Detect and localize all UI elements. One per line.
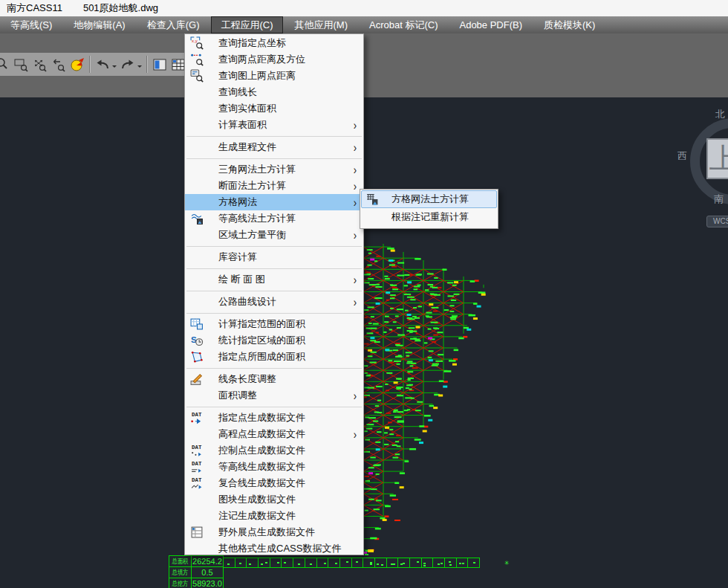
redraw-button[interactable] — [68, 54, 86, 74]
menu-item-15[interactable]: 库容计算 — [185, 249, 363, 265]
submenu-item-0[interactable]: 方格网法土方计算 — [361, 190, 497, 208]
drawing-canvas[interactable]: 北 西 南 上 WCS 总面积26254.2总填方0.5总挖方58923.0 ✳ — [0, 97, 728, 588]
volume-result-table: 总面积26254.2总填方0.5总挖方58923.0 — [169, 556, 224, 588]
dat-control-icon: DAT — [190, 444, 204, 457]
menu-item-29[interactable]: 高程点生成数据文件› — [185, 426, 363, 442]
zoom-dynamic-icon — [32, 56, 48, 73]
viewcube-west-label[interactable]: 西 — [677, 149, 687, 163]
zoom-previous-button[interactable] — [49, 54, 68, 74]
area-points-icon — [190, 350, 204, 364]
menu-item-36[interactable]: 其他格式生成CASS数据文件 — [185, 540, 363, 557]
submenu-arrow-icon: › — [354, 427, 357, 442]
submenu-arrow-icon: › — [354, 228, 357, 242]
menu-item-2[interactable]: 查询图上两点距离 — [185, 68, 363, 84]
menu-item-31[interactable]: DAT等高线生成数据文件 — [185, 459, 363, 475]
menubar-item-3[interactable]: 工程应用(C) — [211, 16, 282, 33]
menu-separator — [186, 158, 362, 159]
menu-item-label: 查询线长 — [218, 85, 257, 99]
menu-item-32[interactable]: DAT复合线生成数据文件 — [185, 475, 363, 491]
menubar-item-5[interactable]: Acrobat 标记(C) — [360, 16, 447, 33]
menu-item-30[interactable]: DAT控制点生成数据文件 — [185, 442, 363, 459]
grid-result-tail-mark: ✳ — [504, 560, 510, 566]
redo-dropdown-caret[interactable] — [137, 65, 142, 70]
submenu-arrow-icon: › — [354, 179, 357, 193]
menubar-item-6[interactable]: Adobe PDF(B) — [449, 16, 532, 33]
submenu-item-1[interactable]: 根据注记重新计算 — [361, 208, 497, 226]
menu-item-label: 注记生成数据文件 — [218, 509, 296, 523]
colored-tick-layer — [363, 250, 486, 554]
menu-item-label: 断面法土方计算 — [218, 179, 286, 193]
undo-button[interactable] — [93, 54, 111, 74]
menu-item-label: 复合线生成数据文件 — [218, 476, 305, 490]
menu-item-1[interactable]: 查询两点距离及方位 — [185, 51, 363, 68]
menubar-item-1[interactable]: 地物编辑(A) — [64, 16, 134, 33]
green-annotation-layer — [363, 248, 485, 555]
menu-item-26[interactable]: 面积调整› — [185, 387, 363, 404]
menu-separator — [186, 313, 362, 314]
submenu-arrow-icon: › — [354, 140, 357, 155]
dat-contour-icon: DAT — [190, 460, 204, 474]
menubar-item-2[interactable]: 检查入库(G) — [137, 16, 209, 33]
menubar-item-4[interactable]: 其他应用(M) — [285, 16, 358, 33]
submenu-arrow-icon: › — [354, 295, 357, 309]
menu-item-label: 其他格式生成CASS数据文件 — [218, 542, 341, 555]
menu-item-0[interactable]: x,y查询指定点坐标 — [185, 35, 363, 51]
menu-item-25[interactable]: 线条长度调整 — [185, 371, 363, 387]
menu-item-3[interactable]: 查询线长 — [185, 84, 363, 100]
menu-item-22[interactable]: S统计指定区域的面积 — [185, 332, 363, 349]
grid-result-cell — [305, 558, 317, 568]
menu-item-19[interactable]: 公路曲线设计› — [185, 294, 363, 310]
grid-result-cell — [235, 558, 247, 568]
grid-result-cell — [351, 558, 364, 568]
menu-item-23[interactable]: 指定点所围成的面积 — [185, 349, 363, 365]
menu-item-10[interactable]: 断面法土方计算› — [185, 178, 363, 194]
menu-item-17[interactable]: 绘 断 面 图› — [185, 271, 363, 288]
viewcube-top-face[interactable]: 上 — [706, 138, 728, 179]
menu-item-33[interactable]: 图块生成数据文件 — [185, 491, 363, 508]
svg-text:x,y: x,y — [192, 39, 198, 43]
volume-row-label: 总面积 — [169, 555, 192, 567]
volume-row-label: 总填方 — [169, 566, 192, 578]
menu-item-label: 统计指定区域的面积 — [218, 334, 305, 347]
menu-separator — [186, 246, 362, 247]
zoom-window-button[interactable] — [12, 54, 30, 74]
menu-item-35[interactable]: 野外展点生成数据文件 — [185, 524, 363, 540]
zoom-dynamic-button[interactable] — [30, 54, 49, 74]
menubar-item-0[interactable]: 等高线(S) — [1, 16, 62, 33]
menu-item-9[interactable]: 三角网法土方计算› — [185, 161, 363, 178]
grid-result-cell — [316, 558, 329, 568]
menu-item-28[interactable]: DAT指定点生成数据文件 — [185, 410, 363, 426]
zoom-realtime-button[interactable] — [0, 54, 12, 74]
grid-volume-icon — [365, 193, 379, 206]
grid-result-cells-row — [224, 558, 480, 568]
redo-button[interactable] — [118, 54, 137, 74]
submenu-arrow-icon: › — [354, 389, 357, 403]
submenu-item-label: 根据注记重新计算 — [391, 210, 469, 224]
menu-item-label: 高程点生成数据文件 — [218, 427, 305, 441]
submenu-arrow-icon: › — [354, 196, 357, 210]
menubar-item-7[interactable]: 质检模块(K) — [534, 16, 605, 33]
line-length-adjust-icon — [190, 372, 204, 386]
menu-item-7[interactable]: 生成里程文件› — [185, 139, 363, 155]
layout-panel-button[interactable] — [150, 54, 169, 74]
undo-dropdown-caret[interactable] — [112, 65, 117, 70]
menu-item-34[interactable]: 注记生成数据文件 — [185, 508, 363, 524]
viewcube-north-label[interactable]: 北 — [715, 108, 725, 121]
volume-table-row-2: 总挖方58923.0 — [169, 578, 224, 588]
menu-item-label: 生成里程文件 — [218, 140, 276, 154]
menu-item-11[interactable]: 方格网法› — [185, 194, 363, 210]
menu-item-13[interactable]: 区域土方量平衡› — [185, 227, 363, 243]
menu-item-12[interactable]: 等高线法土方计算 — [185, 210, 363, 227]
document-title: 501原始地貌.dwg — [83, 1, 158, 15]
menu-item-5[interactable]: 计算表面积› — [185, 117, 363, 133]
area-stat-icon: S — [190, 334, 204, 347]
menu-separator — [186, 407, 362, 407]
grid-result-cell — [363, 558, 375, 568]
menu-item-4[interactable]: 查询实体面积 — [185, 100, 363, 117]
grid-result-cell — [421, 558, 434, 568]
svg-text:DAT: DAT — [192, 445, 202, 450]
wcs-badge[interactable]: WCS — [706, 216, 728, 227]
viewcube-south-label[interactable]: 南 — [714, 193, 724, 206]
menu-separator — [186, 368, 362, 369]
menu-item-21[interactable]: 计算指定范围的面积 — [185, 316, 363, 332]
